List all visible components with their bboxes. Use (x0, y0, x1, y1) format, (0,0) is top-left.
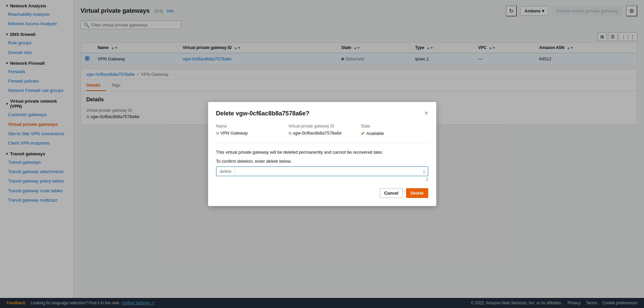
modal-vpg-id-value: ⧉ vgw-0cf6ac8b8a7578a6e (289, 131, 356, 136)
modal-name-copy-icon[interactable]: ⧉ (216, 131, 219, 136)
modal-state-field: State ✔ Available (361, 124, 428, 136)
modal-actions: Cancel Delete (216, 188, 428, 198)
modal-close-button[interactable]: × (425, 110, 428, 116)
delete-modal: Delete vgw-0cf6ac8b8a7578a6e? × Name ⧉ V… (208, 102, 436, 206)
modal-vpg-id-copy-icon[interactable]: ⧉ (289, 131, 292, 136)
modal-name-value: ⧉ VPN Gateway (216, 131, 283, 136)
modal-name-field: Name ⧉ VPN Gateway (216, 124, 283, 136)
modal-state-label: State (361, 124, 428, 129)
confirm-num-1: 1 (423, 169, 425, 173)
modal-vpg-id-field: Virtual private gateway ID ⧉ vgw-0cf6ac8… (289, 124, 356, 136)
confirm-text-input[interactable] (235, 167, 428, 176)
delete-button[interactable]: Delete (406, 188, 428, 198)
modal-overlay: Delete vgw-0cf6ac8b8a7578a6e? × Name ⧉ V… (0, 0, 644, 308)
modal-name-label: Name (216, 124, 283, 129)
confirm-input-wrapper: delete 1 (216, 166, 428, 176)
confirm-hint: delete (216, 167, 235, 176)
modal-vpg-id-label: Virtual private gateway ID (289, 124, 356, 129)
confirm-num-2: 2 (426, 177, 428, 182)
modal-warning-text: This virtual private gateway will be del… (216, 150, 428, 155)
cancel-button[interactable]: Cancel (380, 188, 403, 198)
modal-confirm-text: To confirm deletion, enter delete below. (216, 159, 428, 164)
modal-title: Delete vgw-0cf6ac8b8a7578a6e? (216, 110, 309, 117)
modal-header: Delete vgw-0cf6ac8b8a7578a6e? × (216, 110, 428, 117)
modal-state-value: ✔ Available (361, 131, 428, 136)
modal-info-grid: Name ⧉ VPN Gateway Virtual private gatew… (216, 124, 428, 143)
state-available-icon: ✔ (361, 131, 365, 136)
